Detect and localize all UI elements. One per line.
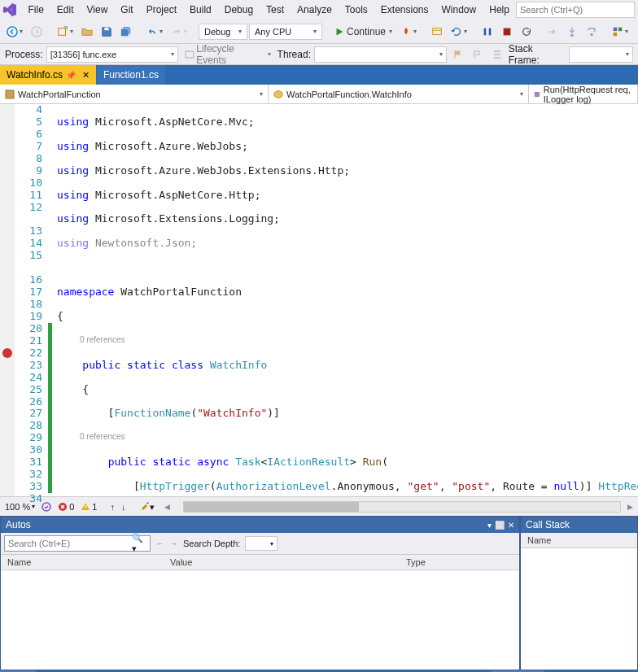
nav-fwd-icon[interactable]: → (169, 539, 178, 548)
search-icon[interactable]: 🔍▾ (132, 533, 146, 554)
svg-rect-4 (433, 28, 442, 34)
svg-rect-12 (614, 32, 617, 35)
show-next-button[interactable] (544, 24, 562, 39)
menu-build[interactable]: Build (183, 2, 218, 18)
flag-icon[interactable] (450, 48, 466, 61)
callstack-col-name[interactable]: Name (527, 535, 551, 545)
tab-watchinfo[interactable]: WatchInfo.cs 📌 ✕ (0, 65, 97, 85)
menu-edit[interactable]: Edit (50, 2, 81, 18)
tools-icon[interactable]: ▾ (609, 24, 631, 39)
redo-button[interactable]: ▾ (168, 24, 190, 39)
svg-rect-11 (618, 27, 622, 30)
nav-forward-button[interactable] (28, 24, 46, 39)
threads-icon[interactable] (489, 48, 505, 61)
callstack-title-bar[interactable]: Call Stack (521, 517, 637, 533)
autos-body[interactable] (1, 570, 519, 670)
thread-label: Thread: (277, 49, 311, 60)
dropdown-icon[interactable]: ▾ (487, 521, 492, 530)
svg-point-8 (570, 33, 574, 37)
menu-analyze[interactable]: Analyze (291, 2, 339, 18)
breakpoint-icon[interactable] (2, 348, 12, 358)
menu-extensions[interactable]: Extensions (374, 2, 435, 18)
process-dropdown[interactable]: [31356] func.exe▾ (46, 46, 179, 63)
main-toolbar: ▾ ▾ ▾ ▾ Debug▾ Any CPU▾ Continue▾ ▾ ▾ ▾ … (0, 20, 638, 44)
hot-reload-button[interactable]: ▾ (397, 24, 420, 39)
autos-search[interactable]: 🔍▾ (4, 535, 151, 552)
config-dropdown[interactable]: Debug▾ (199, 24, 247, 40)
swap-icon[interactable] (633, 24, 638, 39)
thread-dropdown[interactable]: ▾ (314, 46, 447, 63)
search-box[interactable] (516, 2, 635, 18)
menu-tools[interactable]: Tools (339, 2, 374, 18)
menu-window[interactable]: Window (435, 2, 483, 18)
tab-function1[interactable]: Function1.cs (97, 65, 166, 85)
step-into-button[interactable] (563, 24, 581, 39)
editor-status-bar: 100 %▾ 0 1 ↑ ↓ ▾ ◀ ▶ (0, 496, 638, 516)
nav-back-icon[interactable]: ← (155, 539, 164, 548)
flag2-icon[interactable] (470, 48, 486, 61)
line-number-gutter: 456789 101112 1314 15 16171819 202122232… (15, 104, 47, 496)
save-all-button[interactable] (117, 24, 135, 39)
code-editor[interactable]: 456789 101112 1314 15 16171819 202122232… (0, 104, 638, 496)
open-file-button[interactable] (78, 24, 96, 39)
pin-icon[interactable]: ⬜ (495, 521, 505, 530)
col-value[interactable]: Value (170, 557, 406, 567)
nav-down-icon[interactable]: ↓ (121, 502, 126, 512)
svg-rect-15 (535, 92, 539, 96)
svg-rect-5 (484, 28, 487, 35)
nav-method[interactable]: Run(HttpRequest req, ILogger log) (529, 85, 638, 103)
platform-dropdown[interactable]: Any CPU▾ (249, 24, 322, 40)
debug-process-bar: Process: [31356] func.exe▾ Lifecycle Eve… (0, 44, 638, 65)
brush-icon[interactable]: ▾ (140, 500, 155, 513)
search-input[interactable] (520, 5, 631, 15)
new-project-button[interactable]: ▾ (54, 24, 76, 39)
refresh-button[interactable]: ▾ (448, 24, 470, 39)
close-tab-icon[interactable]: ✕ (82, 70, 90, 81)
error-count[interactable]: 0 (58, 502, 74, 512)
continue-button[interactable]: Continue▾ (330, 24, 395, 39)
horizontal-scrollbar[interactable] (183, 501, 621, 513)
save-button[interactable] (98, 24, 116, 39)
callstack-panel: Call Stack Name (520, 516, 638, 670)
menu-view[interactable]: View (81, 2, 115, 18)
warning-count[interactable]: 1 (81, 502, 97, 512)
menu-project[interactable]: Project (140, 2, 183, 18)
health-icon[interactable] (42, 502, 51, 512)
process-label: Process: (5, 49, 43, 60)
svg-rect-6 (489, 28, 492, 35)
nav-back-button[interactable]: ▾ (3, 24, 26, 39)
menu-debug[interactable]: Debug (218, 2, 260, 18)
menu-file[interactable]: File (22, 2, 50, 18)
svg-rect-14 (6, 90, 14, 98)
col-type[interactable]: Type (406, 557, 513, 567)
menu-git[interactable]: Git (114, 2, 139, 18)
svg-rect-2 (59, 28, 66, 35)
nav-class[interactable]: WatchPortalFunction.WatchInfo▾ (269, 85, 529, 103)
browser-link-button[interactable] (428, 24, 446, 39)
callstack-body[interactable] (521, 548, 637, 670)
undo-button[interactable]: ▾ (143, 24, 166, 39)
document-tabs: WatchInfo.cs 📌 ✕ Function1.cs (0, 65, 638, 85)
break-all-button[interactable] (478, 24, 496, 39)
svg-rect-10 (614, 27, 617, 30)
autos-headers: Name Value Type (1, 555, 519, 570)
close-panel-icon[interactable]: ✕ (508, 521, 514, 530)
breakpoint-gutter[interactable] (0, 104, 15, 496)
codelens-refs[interactable]: 0 references (57, 335, 638, 347)
stackframe-dropdown[interactable]: ▾ (569, 46, 633, 63)
restart-button[interactable] (518, 24, 535, 39)
codelens-refs2[interactable]: 0 references (57, 432, 638, 444)
menu-test[interactable]: Test (260, 2, 291, 18)
stop-button[interactable] (498, 24, 516, 39)
depth-dropdown[interactable]: ▾ (245, 536, 277, 551)
step-over-button[interactable] (583, 24, 601, 39)
nav-scope[interactable]: WatchPortalFunction▾ (0, 85, 269, 103)
menu-help[interactable]: Help (483, 2, 516, 18)
col-name[interactable]: Name (7, 557, 170, 567)
pin-icon[interactable]: 📌 (66, 71, 76, 80)
autos-title-bar[interactable]: Autos ▾⬜✕ (1, 517, 519, 533)
lifecycle-events-button[interactable]: Lifecycle Events▾ (181, 41, 273, 68)
change-margin (47, 104, 54, 496)
code-area[interactable]: using Microsoft.AspNetCore.Mvc; using Mi… (54, 104, 638, 496)
nav-up-icon[interactable]: ↑ (110, 502, 115, 512)
